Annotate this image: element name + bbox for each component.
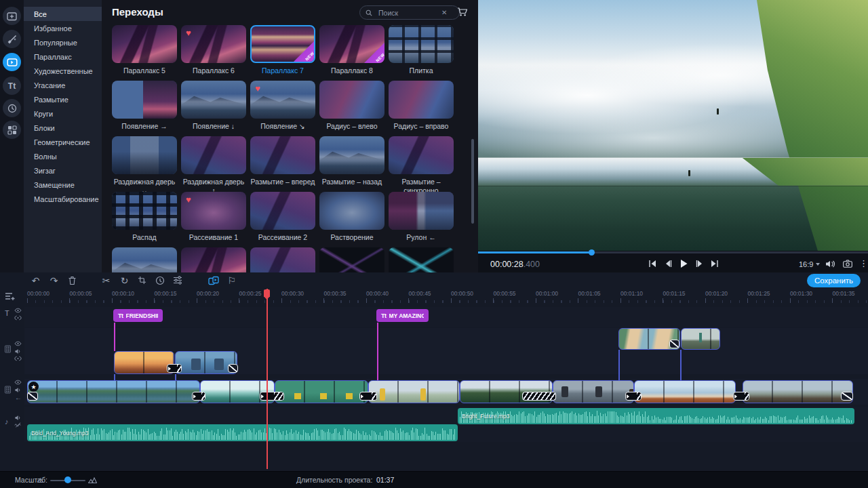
skip-start-icon[interactable] <box>648 259 657 268</box>
video-clip[interactable] <box>27 380 200 403</box>
video-clip[interactable] <box>634 380 736 403</box>
transition-indicator[interactable] <box>733 392 749 401</box>
transition-tile[interactable]: ♥Рассеивание 1 <box>181 192 246 247</box>
transition-tile[interactable]: Радиус – вправо <box>389 81 454 136</box>
text-clip[interactable]: TtFRIENDSHIP <box>113 309 163 322</box>
category-item[interactable]: Размытие <box>24 92 102 106</box>
transition-tile[interactable] <box>389 247 454 272</box>
transition-tile[interactable]: ♥Появление ↘ <box>250 81 315 136</box>
skip-end-icon[interactable] <box>710 259 719 268</box>
transition-tile[interactable] <box>319 247 384 272</box>
transition-tile[interactable] <box>250 247 315 272</box>
mute-wave-icon[interactable] <box>14 422 22 428</box>
audio-clip[interactable]: Bold_And_Young.mp3 <box>27 424 458 441</box>
zoom-out-icon[interactable] <box>37 478 43 483</box>
play-icon[interactable] <box>679 259 688 268</box>
speaker-icon[interactable] <box>14 387 21 393</box>
transition-tile[interactable]: Плитка <box>389 25 454 81</box>
more-menu-icon[interactable]: ⋮ <box>859 258 868 268</box>
volume-icon[interactable] <box>825 260 835 268</box>
transition-wizard-icon[interactable] <box>208 274 219 286</box>
transition-indicator[interactable] <box>841 392 853 401</box>
search-input[interactable] <box>377 8 437 18</box>
marker-flag-icon[interactable]: ⚐ <box>226 274 237 286</box>
transition-indicator[interactable] <box>359 392 377 401</box>
transition-tile[interactable]: NEWПараллакс 8 <box>319 25 384 81</box>
transition-tile[interactable]: Растворение <box>319 192 384 247</box>
next-frame-icon[interactable] <box>694 259 704 268</box>
trash-icon[interactable] <box>66 274 78 286</box>
transition-tile[interactable]: NEWПараллакс 7 <box>250 25 315 81</box>
category-item[interactable]: Геометрические <box>24 135 102 149</box>
category-item[interactable]: Популярные <box>24 35 102 49</box>
arrow-left-icon[interactable]: ← <box>15 394 22 401</box>
timeline-ruler[interactable]: 00:00:0000:00:0500:00:1000:00:1500:00:20… <box>0 289 868 303</box>
category-item[interactable]: Круги <box>24 106 102 121</box>
transition-tile[interactable]: Рассеивание 2 <box>250 192 315 247</box>
activity-filters-button[interactable] <box>3 30 21 48</box>
speaker-icon[interactable] <box>14 348 21 354</box>
category-item[interactable]: Избранное <box>24 21 102 35</box>
link-icon[interactable] <box>14 315 22 321</box>
transition-tile[interactable]: ♥Параллакс 6 <box>181 25 246 81</box>
category-item[interactable]: Масштабирование <box>24 192 102 206</box>
preview-progress-bar[interactable] <box>478 251 868 253</box>
transition-tile[interactable] <box>112 247 177 272</box>
activity-stickers-button[interactable] <box>3 99 21 117</box>
activity-titles-button[interactable]: Tt <box>3 77 21 95</box>
category-item[interactable]: Угасание <box>24 78 102 92</box>
category-item[interactable]: Блоки <box>24 121 102 135</box>
crop-icon[interactable] <box>136 274 148 286</box>
transition-tile[interactable]: Появление ↓ <box>181 81 246 136</box>
add-track-icon[interactable] <box>4 290 16 302</box>
zoom-in-icon[interactable] <box>88 477 97 483</box>
overlay-clip[interactable] <box>681 328 720 350</box>
text-clip[interactable]: TtMY AMAZING <box>376 309 429 322</box>
category-item[interactable]: Замещение <box>24 178 102 192</box>
clear-search-icon[interactable]: ✕ <box>441 9 447 16</box>
rotate-icon[interactable]: ↻ <box>119 274 130 286</box>
transition-indicator[interactable] <box>669 340 679 348</box>
store-cart-icon[interactable] <box>457 7 468 17</box>
transition-tile[interactable]: Рулон ← <box>389 192 454 247</box>
transition-indicator[interactable] <box>260 392 284 401</box>
clip-speed-icon[interactable] <box>154 274 165 286</box>
playhead[interactable] <box>267 289 268 469</box>
activity-import-button[interactable] <box>3 7 21 25</box>
transition-tile[interactable]: Размытие – вперед <box>250 136 315 192</box>
link-icon[interactable] <box>14 356 22 361</box>
panel-scrollbar[interactable] <box>471 139 474 224</box>
transition-indicator[interactable] <box>522 392 556 401</box>
transition-tile[interactable]: Радиус – влево <box>319 81 384 136</box>
main-video-track[interactable] <box>27 380 854 403</box>
category-item[interactable]: Параллакс <box>24 49 102 64</box>
transition-indicator[interactable] <box>228 364 238 373</box>
properties-sliders-icon[interactable] <box>172 274 183 286</box>
category-item[interactable]: Художественные <box>24 64 102 78</box>
transition-tile[interactable]: Размытие – назад <box>319 136 384 192</box>
scissors-icon[interactable]: ✂ <box>100 274 112 286</box>
activity-more-tools-button[interactable] <box>3 121 21 139</box>
audio-clip[interactable]: Bright_Future.mp3 <box>458 408 854 424</box>
search-box[interactable]: ✕ <box>359 5 460 20</box>
transition-indicator[interactable] <box>625 392 642 401</box>
transition-indicator[interactable] <box>27 392 38 401</box>
category-item[interactable]: Зигзаг <box>24 163 102 178</box>
category-item[interactable]: Все <box>24 7 102 21</box>
video-clip[interactable] <box>275 380 368 403</box>
video-clip[interactable] <box>553 380 634 403</box>
transition-tile[interactable]: Параллакс 5 <box>112 25 177 81</box>
category-item[interactable]: Волны <box>24 149 102 163</box>
eye-icon[interactable] <box>14 308 22 313</box>
eye-icon[interactable] <box>14 341 22 346</box>
undo-icon[interactable]: ↶ <box>30 274 41 286</box>
transition-tile[interactable] <box>181 247 246 272</box>
transition-tile[interactable]: Появление → <box>112 81 177 136</box>
overlay-clip[interactable] <box>114 351 174 374</box>
speaker-icon[interactable] <box>14 415 21 421</box>
transition-tile[interactable]: Распад <box>112 192 177 247</box>
progress-knob[interactable] <box>589 249 595 256</box>
redo-icon[interactable]: ↷ <box>48 274 60 286</box>
transition-tile[interactable]: Раздвижная дверь ↔ <box>112 136 177 192</box>
transition-tile[interactable]: Раздвижная дверь ↕ <box>181 136 246 192</box>
